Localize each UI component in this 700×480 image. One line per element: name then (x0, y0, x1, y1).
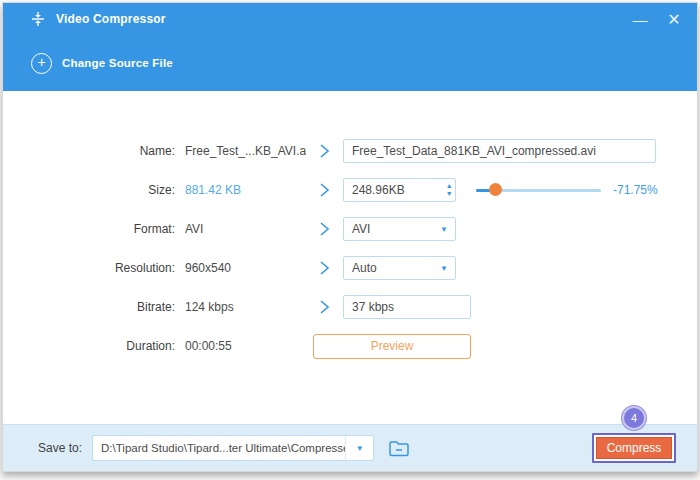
arrow-right-icon (306, 182, 343, 198)
dropdown-arrow-icon: ▼ (440, 225, 448, 234)
open-folder-button[interactable] (385, 435, 413, 461)
spinner-up-icon[interactable]: ▲ (446, 182, 453, 190)
format-source-value: AVI (185, 222, 306, 236)
save-to-label: Save to: (38, 441, 82, 455)
plus-circle-icon: + (31, 53, 52, 74)
format-select[interactable]: AVI ▼ (343, 217, 456, 241)
name-row: Name: Free_Test_...KB_AVI.avi (3, 138, 697, 164)
combo-dropdown-arrow-icon[interactable]: ▼ (345, 436, 373, 460)
save-path-value: D:\Tipard Studio\Tipard...ter Ultimate\C… (93, 442, 345, 454)
arrow-right-icon (306, 221, 343, 237)
change-source-label: Change Source File (62, 57, 173, 69)
resolution-label: Resolution: (3, 261, 175, 275)
minimize-button[interactable]: — (623, 3, 657, 35)
save-bar: Save to: D:\Tipard Studio\Tipard...ter U… (3, 424, 697, 471)
compression-percent: -71.75% (613, 183, 658, 197)
duration-value: 00:00:55 (185, 339, 306, 353)
window-controls: — ✕ (623, 3, 697, 35)
step-4-badge: 4 (622, 406, 646, 430)
dropdown-arrow-icon: ▼ (440, 264, 448, 273)
format-row: Format: AVI AVI ▼ (3, 216, 697, 242)
duration-label: Duration: (3, 339, 175, 353)
arrow-right-icon (306, 143, 343, 159)
settings-panel: Name: Free_Test_...KB_AVI.avi Size: 881.… (3, 91, 697, 424)
titlebar: Video Compressor — ✕ (3, 3, 697, 35)
name-source-value: Free_Test_...KB_AVI.avi (185, 144, 306, 158)
arrow-right-icon (306, 299, 343, 315)
save-path-combobox[interactable]: D:\Tipard Studio\Tipard...ter Ultimate\C… (92, 435, 374, 461)
size-spinner-buttons: ▲ ▼ (443, 179, 455, 201)
resolution-source-value: 960x540 (185, 261, 306, 275)
bitrate-source-value: 124 kbps (185, 300, 306, 314)
compress-annotation-outline: Compress (592, 433, 676, 463)
resolution-select[interactable]: Auto ▼ (343, 256, 456, 280)
size-spinner: ▲ ▼ (343, 178, 456, 202)
change-source-file-button[interactable]: + Change Source File (31, 53, 173, 74)
arrow-right-icon (306, 260, 343, 276)
folder-icon (388, 439, 410, 457)
name-label: Name: (3, 144, 175, 158)
header-band: + Change Source File (3, 35, 697, 91)
video-compressor-window: Video Compressor — ✕ + Change Source Fil… (2, 2, 698, 472)
screen: Video Compressor — ✕ + Change Source Fil… (0, 0, 700, 480)
window-title: Video Compressor (56, 12, 166, 26)
bitrate-input[interactable] (343, 295, 471, 319)
compress-app-icon (29, 10, 47, 28)
size-label: Size: (3, 183, 175, 197)
size-source-value: 881.42 KB (185, 183, 306, 197)
slider-thumb[interactable] (489, 183, 502, 196)
size-slider[interactable] (476, 183, 601, 197)
preview-button[interactable]: Preview (313, 334, 471, 359)
size-row: Size: 881.42 KB ▲ ▼ -71.75% (3, 177, 697, 203)
bitrate-row: Bitrate: 124 kbps (3, 294, 697, 320)
compress-button[interactable]: Compress (596, 437, 672, 459)
format-select-value: AVI (344, 222, 440, 236)
compress-area: 4 Compress (592, 433, 676, 463)
format-label: Format: (3, 222, 175, 236)
spinner-down-icon[interactable]: ▼ (446, 190, 453, 198)
bitrate-label: Bitrate: (3, 300, 175, 314)
duration-row: Duration: 00:00:55 Preview (3, 333, 697, 359)
resolution-select-value: Auto (344, 261, 440, 275)
close-button[interactable]: ✕ (657, 3, 691, 35)
resolution-row: Resolution: 960x540 Auto ▼ (3, 255, 697, 281)
output-name-input[interactable] (343, 139, 656, 163)
size-input[interactable] (344, 179, 443, 201)
